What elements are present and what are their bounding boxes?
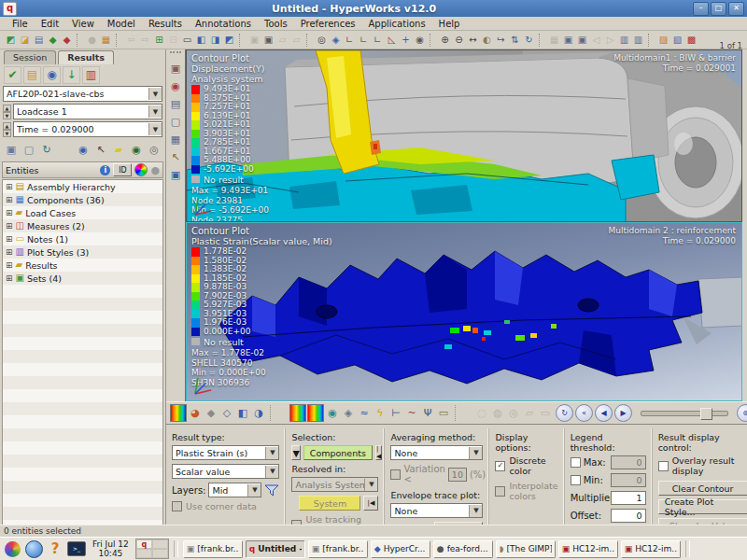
next-view-icon[interactable]: ▷ <box>603 33 617 48</box>
film-icon[interactable]: ▦ <box>168 132 184 147</box>
expander-icon[interactable]: ⊞ <box>6 196 13 204</box>
discrete-color-checkbox[interactable] <box>495 461 505 471</box>
terminal-icon[interactable]: >_ <box>67 539 86 558</box>
taskbar-task[interactable]: ▣HC12-im... <box>621 540 681 558</box>
tree-item[interactable]: ⊞ ▰ Results <box>3 259 162 272</box>
[interactable] <box>455 405 471 421</box>
delete-page-icon[interactable]: ⊟ <box>166 33 180 48</box>
load-results-icon[interactable]: ◪ <box>18 33 32 48</box>
system-pin-button[interactable]: |◀ <box>363 496 378 511</box>
record-icon[interactable]: ◉ <box>168 78 184 93</box>
collapse-all-icon[interactable]: ▢ <box>21 142 36 157</box>
taskbar-task[interactable]: ◆HyperCr... <box>371 540 430 558</box>
offset-field[interactable]: 0 <box>611 509 646 523</box>
menu-item[interactable]: Tools <box>258 19 294 29</box>
note-icon[interactable]: ▭ <box>436 405 451 421</box>
open-report-icon[interactable]: ◆ <box>46 33 60 48</box>
clear-contour-button[interactable]: Clear Contour <box>658 481 747 496</box>
vertical-fit-icon[interactable]: ⇅ <box>508 33 522 48</box>
menu-item[interactable]: File <box>6 19 35 29</box>
contour-panel-icon[interactable] <box>170 404 187 422</box>
menu-item[interactable]: View <box>65 19 101 29</box>
prev-view-icon[interactable]: ◁ <box>589 33 603 48</box>
display-icon[interactable]: ▣ <box>168 167 184 182</box>
menu-item[interactable]: Results <box>142 19 189 29</box>
pager-desktop-2[interactable] <box>152 539 168 549</box>
menu-item[interactable]: Help <box>432 19 467 29</box>
report-template-icon[interactable]: ▩ <box>684 33 698 48</box>
play-button[interactable]: ▶ <box>614 404 632 422</box>
snap-icon[interactable]: ▦ <box>547 33 561 48</box>
[interactable] <box>239 34 245 47</box>
averaging-select[interactable]: None▼ <box>390 445 483 460</box>
snapshot-icon[interactable]: ▤ <box>168 96 184 111</box>
paste-icon[interactable]: ▱ <box>275 33 289 48</box>
maximize-button[interactable]: □ <box>711 2 726 16</box>
selection-pin-button[interactable]: |◀ <box>375 445 382 460</box>
expander-icon[interactable]: ⊞ <box>6 183 13 191</box>
viewport-biw-barrier[interactable]: Contour Plot Displacement(Y) Analysis sy… <box>186 49 742 222</box>
first-frame-button[interactable]: « <box>575 404 593 422</box>
capture-point-icon[interactable]: ◉ <box>413 33 427 48</box>
selection-mode-dropdown[interactable]: ▼ <box>291 445 300 460</box>
show-eye-icon[interactable]: ◉ <box>129 142 144 157</box>
expander-icon[interactable]: ⊞ <box>6 248 13 257</box>
zoom-window-icon[interactable]: ◎ <box>315 33 329 48</box>
vector-plot-icon[interactable]: ◕ <box>188 405 203 421</box>
zoom-out-icon[interactable]: ⊖ <box>452 33 466 48</box>
expander-icon[interactable]: ⊞ <box>6 235 13 244</box>
taskbar-task[interactable]: ▣[frank.br... <box>183 540 243 558</box>
view-xy-icon[interactable]: ∟ <box>343 33 357 48</box>
taskbar-task[interactable]: ●fea-ford... <box>433 540 493 558</box>
[interactable] <box>270 405 286 421</box>
camera-add-icon[interactable]: ▣ <box>575 33 589 48</box>
menu-item[interactable]: Edit <box>35 19 65 29</box>
iso-value-icon[interactable]: ◈ <box>341 405 356 421</box>
layers-select[interactable]: Mid▼ <box>208 483 261 497</box>
biw-barrier-model[interactable] <box>187 50 742 222</box>
tree-item[interactable]: ⊞ ▰ Load Cases <box>3 206 162 219</box>
expander-icon[interactable]: ⊞ <box>6 261 13 270</box>
system-button[interactable]: System <box>299 496 360 511</box>
tensor-plot-icon[interactable]: ◇ <box>219 405 234 421</box>
filter-funnel-icon[interactable] <box>264 484 279 497</box>
close-button[interactable]: ✕ <box>728 2 744 16</box>
tab-results[interactable]: Results <box>58 50 114 64</box>
session-apply-icon[interactable]: ✔ <box>4 66 21 84</box>
page-icon[interactable]: ▢ <box>168 114 184 129</box>
export-report-icon[interactable]: ◆ <box>60 33 74 48</box>
streamline-icon[interactable]: ≈ <box>357 405 372 421</box>
back-icon[interactable]: ⇦ <box>124 33 138 48</box>
min-threshold-field[interactable]: 0 <box>611 473 646 487</box>
forward-icon[interactable]: ⇨ <box>138 33 152 48</box>
rotate-icon[interactable]: ↻ <box>522 33 536 48</box>
time-select[interactable]: Time = 0.029000 ▼ <box>13 121 162 137</box>
copy-icon[interactable]: ▣ <box>247 33 261 48</box>
material-sphere-icon[interactable]: ● <box>150 164 160 176</box>
user-profile-icon[interactable]: ● <box>85 33 99 48</box>
restore-view-icon[interactable]: ▥ <box>631 33 645 48</box>
filter-lens-icon[interactable]: ◉ <box>76 142 91 157</box>
expander-icon[interactable]: ⊞ <box>6 209 13 217</box>
tracing-icon[interactable]: ~ <box>404 405 419 421</box>
slider-handle[interactable] <box>700 408 712 420</box>
expander-icon[interactable]: ⊞ <box>6 222 13 231</box>
max-threshold-field[interactable]: 0 <box>611 455 646 469</box>
swap-icon[interactable]: ▱ <box>289 33 303 48</box>
save-view-icon[interactable]: ▥ <box>617 33 631 48</box>
tree-item[interactable]: ⊞ ▭ Notes (1) <box>3 232 162 245</box>
taskbar-task[interactable]: ◗[The GIMP] <box>496 540 556 558</box>
contour-toggle-icon[interactable] <box>307 404 324 422</box>
desktop-pager[interactable]: q <box>135 539 169 559</box>
copy-window-icon[interactable]: ▣ <box>261 33 275 48</box>
variation-checkbox[interactable] <box>390 469 401 480</box>
clear-icon[interactable]: ▭ <box>538 405 553 421</box>
zoom-in-icon[interactable]: ⊕ <box>438 33 452 48</box>
align-icon[interactable]: + <box>399 33 413 48</box>
chevron-down-icon[interactable]: ▼ <box>148 123 162 135</box>
pager-desktop-4[interactable] <box>152 549 168 558</box>
plot-style-icon[interactable]: ▦ <box>99 33 113 48</box>
model-select[interactable]: AFL20P-021-slave-cbs ▼ <box>3 86 162 102</box>
minimize-button[interactable]: – <box>693 2 709 16</box>
chevron-down-icon[interactable]: ▼ <box>148 105 162 118</box>
